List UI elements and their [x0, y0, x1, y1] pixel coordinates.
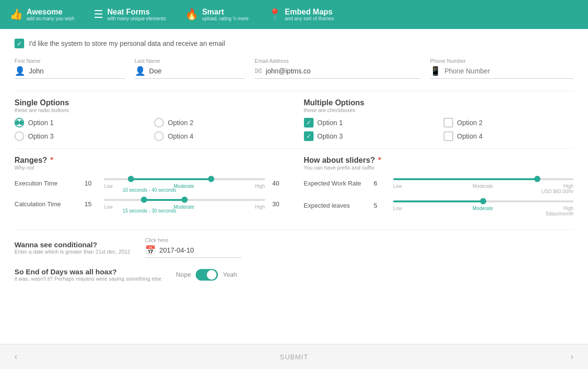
nav-smart-title: Smart [202, 8, 248, 16]
toggle-label-group: So End of Days was all hoax? it was, was… [14, 268, 161, 282]
prev-button[interactable]: ‹ [14, 352, 17, 362]
radio-3 [14, 131, 24, 141]
calculation-time-thumb-low[interactable] [141, 197, 147, 203]
toggle-full-section: So End of Days was all hoax? it was, was… [14, 268, 574, 282]
date-title: Wanna see conditional? [14, 241, 130, 249]
date-toggle-row: Wanna see conditional? Enter a date whic… [14, 237, 574, 268]
radio-4 [154, 131, 164, 141]
nav-embed-maps-title: Embed Maps [285, 8, 334, 16]
submit-button[interactable]: SUBMIT [280, 353, 308, 361]
email-label: Email Address [255, 58, 420, 64]
brand-subtitle: add as many you wish [27, 16, 74, 21]
consent-row: ✓ I'd like the system to store my person… [14, 39, 574, 48]
checkbox-4 [444, 131, 453, 141]
map-icon: 📍 [268, 8, 281, 21]
next-button[interactable]: › [571, 352, 574, 362]
work-rate-track: Low Moderate High [393, 178, 574, 189]
date-section: Wanna see conditional? Enter a date whic… [14, 237, 285, 268]
toggle-switch[interactable] [196, 269, 218, 281]
single-option-2[interactable]: Option 2 [154, 118, 284, 128]
forms-icon: ☰ [94, 8, 103, 21]
execution-time-high: 40 [272, 180, 285, 187]
date-input[interactable] [159, 246, 244, 254]
nav-smart[interactable]: 🔥 Smart upload, rating 'n more [185, 8, 248, 22]
email-icon: ✉ [255, 66, 262, 76]
personal-fields-row: First Name 👤 Last Name 👤 Email Address ✉… [14, 58, 574, 79]
toggle-yeah-label: Yeah [223, 271, 237, 278]
ranges-sliders-row: Ranges? * Why not Execution Time 10 Low [14, 156, 574, 222]
email-input[interactable] [266, 67, 420, 75]
consent-label: I'd like the system to store my personal… [29, 40, 225, 47]
person-icon: 👤 [14, 66, 25, 76]
single-option-1[interactable]: Option 1 [14, 118, 144, 128]
calculation-time-label: Calculation Time [14, 200, 77, 208]
work-rate-row: Expected Work Rate 6 Low Moderate [304, 178, 574, 189]
execution-time-thumb-low[interactable] [128, 176, 134, 182]
last-name-label: Last Name [135, 58, 245, 64]
toggle-section [304, 237, 574, 268]
nav-neat-forms-title: Neat Forms [107, 8, 166, 16]
work-rate-note: USD $60.00/hr [304, 189, 574, 194]
first-name-input[interactable] [29, 67, 125, 75]
execution-time-low: 10 [85, 180, 97, 187]
calculation-time-low: 15 [85, 200, 97, 208]
single-options-grid: Option 1 Option 2 Option 3 Option 4 [14, 118, 285, 141]
multi-option-4[interactable]: Option 4 [444, 131, 574, 141]
multi-option-1[interactable]: ✓ Option 1 [304, 118, 434, 128]
phone-icon: 📱 [430, 66, 441, 76]
nav-smart-subtitle: upload, rating 'n more [202, 16, 248, 21]
brand-logo[interactable]: 👍 Awesome add as many you wish [10, 8, 74, 22]
multi-option-1-label: Option 1 [317, 119, 343, 127]
work-rate-value: 6 [374, 180, 386, 187]
multi-option-3-label: Option 3 [317, 132, 343, 140]
last-name-input[interactable] [149, 67, 245, 75]
phone-label: Phone Number [430, 58, 574, 64]
work-rate-thumb[interactable] [534, 176, 541, 182]
single-options-section: Single Options these are radio buttons O… [14, 99, 285, 141]
execution-time-track: Low Moderate High [104, 178, 265, 189]
nav-neat-forms[interactable]: ☰ Neat Forms with many unique elements [94, 8, 166, 22]
single-option-3[interactable]: Option 3 [14, 131, 144, 141]
single-option-4-label: Option 4 [168, 132, 193, 140]
multi-option-4-label: Option 4 [457, 132, 483, 140]
phone-group: Phone Number 📱 [430, 58, 574, 79]
single-options-title: Single Options [14, 99, 285, 107]
consent-checkbox[interactable]: ✓ [14, 39, 24, 48]
execution-time-thumb-high[interactable] [208, 176, 215, 182]
execution-time-label: Execution Time [14, 180, 77, 187]
single-option-3-label: Option 3 [28, 132, 54, 140]
leaves-note: 5days/month [304, 211, 574, 216]
date-inner: Wanna see conditional? Enter a date whic… [14, 237, 285, 258]
multi-option-3[interactable]: ✓ Option 3 [304, 131, 434, 141]
first-name-label: First Name [14, 58, 125, 64]
ranges-section: Ranges? * Why not Execution Time 10 Low [14, 156, 285, 222]
sliders-section: How about sliders? * You can have prefix… [304, 156, 574, 222]
nav-embed-maps[interactable]: 📍 Embed Maps and any sort of iframes [268, 8, 334, 22]
multiple-options-title: Multiple Options [304, 99, 574, 107]
leaves-thumb[interactable] [480, 198, 487, 204]
brand-title: Awesome [27, 8, 74, 16]
multiple-options-subtitle: these are checkboxes [304, 107, 574, 113]
toggle-row: Nope Yeah [176, 269, 237, 281]
email-group: Email Address ✉ [255, 58, 420, 79]
ranges-subtitle: Why not [14, 165, 285, 170]
leaves-row: Expected leaves 5 Low Moderate [304, 200, 574, 211]
ranges-title: Ranges? * [14, 156, 285, 165]
phone-input[interactable] [445, 67, 574, 75]
first-name-group: First Name 👤 [14, 58, 125, 79]
header: 👍 Awesome add as many you wish ☰ Neat Fo… [0, 0, 588, 29]
last-name-group: Last Name 👤 [135, 58, 245, 79]
single-option-1-label: Option 1 [28, 119, 54, 127]
radio-1 [14, 118, 24, 128]
calculation-time-high: 30 [272, 200, 285, 208]
date-input-row: 📅 [145, 245, 242, 258]
radio-2 [154, 118, 164, 128]
toggle-subtitle: it was, wasn't it? Perhaps mayans were s… [14, 276, 161, 282]
multi-option-2[interactable]: Option 2 [444, 118, 574, 128]
multiple-options-grid: ✓ Option 1 Option 2 ✓ Option 3 Option 4 [304, 118, 574, 141]
options-row: Single Options these are radio buttons O… [14, 99, 574, 141]
toggle-nope-label: Nope [176, 271, 191, 278]
single-options-subtitle: these are radio buttons [14, 107, 285, 113]
calculation-time-thumb-high[interactable] [181, 197, 187, 203]
single-option-4[interactable]: Option 4 [154, 131, 284, 141]
